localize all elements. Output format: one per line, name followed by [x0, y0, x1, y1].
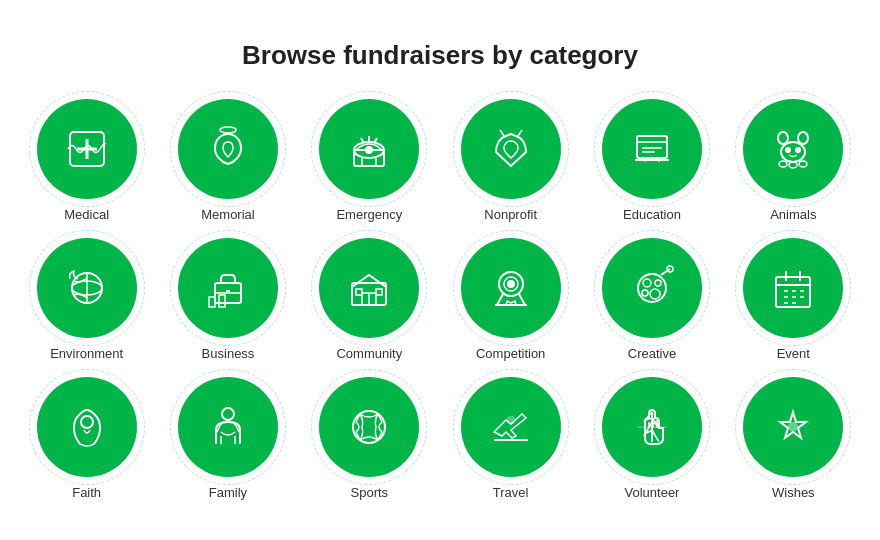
svg-point-21: [781, 142, 805, 162]
category-item-medical[interactable]: Medical: [20, 99, 153, 222]
category-circle-medical: [37, 99, 137, 199]
svg-point-45: [508, 281, 514, 287]
category-circle-business: [178, 238, 278, 338]
svg-point-66: [222, 408, 234, 420]
category-circle-travel: [461, 377, 561, 477]
category-circle-event: [743, 238, 843, 338]
svg-point-25: [796, 148, 800, 152]
svg-line-13: [518, 130, 522, 136]
svg-point-26: [779, 161, 787, 167]
svg-point-65: [81, 416, 93, 428]
category-item-community[interactable]: Community: [303, 238, 436, 361]
category-circle-emergency: [319, 99, 419, 199]
category-circle-wishes: [743, 377, 843, 477]
category-label-volunteer: Volunteer: [625, 485, 680, 500]
category-circle-nonprofit: [461, 99, 561, 199]
svg-point-6: [366, 147, 372, 153]
svg-point-3: [220, 127, 236, 133]
svg-point-67: [353, 411, 385, 443]
category-label-animals: Animals: [770, 207, 816, 222]
category-item-family[interactable]: Family: [161, 377, 294, 500]
category-label-nonprofit: Nonprofit: [484, 207, 537, 222]
category-circle-memorial: [178, 99, 278, 199]
svg-point-77: [789, 423, 797, 431]
category-label-creative: Creative: [628, 346, 676, 361]
category-circle-animals: [743, 99, 843, 199]
category-circle-environment: [37, 238, 137, 338]
category-grid: Medical Memorial Emergency Nonprofit Edu…: [20, 99, 860, 500]
category-label-family: Family: [209, 485, 247, 500]
svg-point-24: [786, 148, 790, 152]
category-label-emergency: Emergency: [336, 207, 402, 222]
svg-rect-36: [219, 295, 225, 307]
svg-point-28: [799, 161, 807, 167]
category-label-business: Business: [202, 346, 255, 361]
svg-point-73: [507, 416, 515, 424]
category-label-faith: Faith: [72, 485, 101, 500]
category-item-emergency[interactable]: Emergency: [303, 99, 436, 222]
category-circle-family: [178, 377, 278, 477]
category-circle-community: [319, 238, 419, 338]
svg-line-12: [500, 130, 504, 136]
svg-point-22: [778, 132, 788, 144]
category-label-sports: Sports: [351, 485, 389, 500]
category-item-competition[interactable]: Competition: [444, 238, 577, 361]
svg-point-47: [643, 279, 651, 287]
category-item-memorial[interactable]: Memorial: [161, 99, 294, 222]
category-label-memorial: Memorial: [201, 207, 254, 222]
category-label-community: Community: [336, 346, 402, 361]
svg-rect-40: [356, 289, 362, 295]
category-item-faith[interactable]: Faith: [20, 377, 153, 500]
category-circle-creative: [602, 238, 702, 338]
category-label-travel: Travel: [493, 485, 529, 500]
category-label-environment: Environment: [50, 346, 123, 361]
category-label-competition: Competition: [476, 346, 545, 361]
category-item-travel[interactable]: Travel: [444, 377, 577, 500]
category-item-wishes[interactable]: Wishes: [727, 377, 860, 500]
category-item-animals[interactable]: Animals: [727, 99, 860, 222]
main-container: Browse fundraisers by category Medical M…: [20, 40, 860, 500]
category-item-sports[interactable]: Sports: [303, 377, 436, 500]
svg-point-48: [655, 280, 661, 286]
category-item-nonprofit[interactable]: Nonprofit: [444, 99, 577, 222]
category-label-event: Event: [777, 346, 810, 361]
category-item-environment[interactable]: Environment: [20, 238, 153, 361]
category-circle-faith: [37, 377, 137, 477]
category-label-medical: Medical: [64, 207, 109, 222]
category-label-wishes: Wishes: [772, 485, 815, 500]
svg-rect-14: [637, 136, 667, 158]
category-item-creative[interactable]: Creative: [585, 238, 718, 361]
category-item-education[interactable]: Education: [585, 99, 718, 222]
category-circle-volunteer: [602, 377, 702, 477]
svg-point-23: [798, 132, 808, 144]
category-circle-sports: [319, 377, 419, 477]
svg-point-50: [650, 289, 660, 299]
category-circle-competition: [461, 238, 561, 338]
category-item-volunteer[interactable]: Volunteer: [585, 377, 718, 500]
page-title: Browse fundraisers by category: [20, 40, 860, 71]
category-label-education: Education: [623, 207, 681, 222]
svg-rect-41: [376, 289, 382, 295]
svg-point-49: [642, 290, 648, 296]
category-item-business[interactable]: Business: [161, 238, 294, 361]
category-item-event[interactable]: Event: [727, 238, 860, 361]
category-circle-education: [602, 99, 702, 199]
